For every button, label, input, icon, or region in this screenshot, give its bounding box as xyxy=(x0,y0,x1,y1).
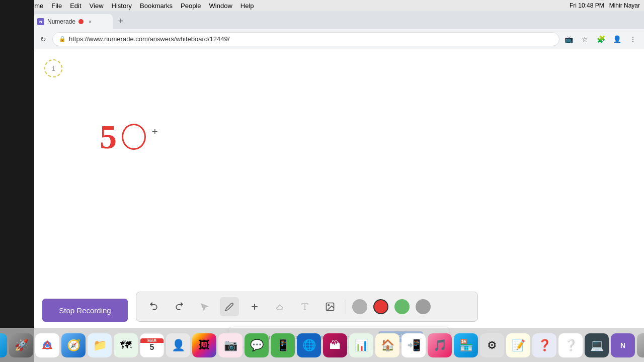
dock-trash[interactable]: 🗑 xyxy=(637,333,644,357)
dock-photos[interactable]: 🖼 xyxy=(192,333,216,357)
add-shape-button[interactable] xyxy=(245,297,264,316)
dock-contacts[interactable]: 👤 xyxy=(166,333,190,357)
dock-music[interactable]: 🏔 xyxy=(323,333,347,357)
color-gray-light[interactable] xyxy=(352,299,367,314)
dock-itunes[interactable]: 🎵 xyxy=(428,333,452,357)
eraser-button[interactable] xyxy=(270,297,289,316)
math-number: 5 xyxy=(100,120,118,154)
profile-icon[interactable]: 👤 xyxy=(610,32,624,46)
dock-files[interactable]: 📁 xyxy=(88,333,112,357)
dock-home[interactable]: 🏠 xyxy=(375,333,399,357)
toolbar-divider-1 xyxy=(346,300,346,314)
dock-photos-2[interactable]: 📷 xyxy=(218,333,243,357)
dock-help2[interactable]: ❔ xyxy=(558,333,583,357)
page-number-indicator: 1 xyxy=(44,59,62,77)
dock-screen[interactable]: 💻 xyxy=(585,333,609,357)
bookmark-icon[interactable]: ☆ xyxy=(578,32,592,46)
address-bar[interactable]: 🔒 https://www.numerade.com/answers/white… xyxy=(52,32,559,46)
menubar-right: Fri 10:48 PM Mihir Nayar xyxy=(570,2,640,9)
menu-icon[interactable]: ⋮ xyxy=(626,32,640,46)
tab-recording-indicator xyxy=(78,19,84,24)
nav-right-icons: 📺 ☆ 🧩 👤 ⋮ xyxy=(561,32,640,46)
cast-icon[interactable]: 📺 xyxy=(561,32,576,46)
dock-social[interactable]: 🌐 xyxy=(297,333,321,357)
dock-launchpad[interactable]: 🚀 xyxy=(9,333,33,357)
math-expression: 5 + xyxy=(100,120,158,154)
stop-recording-button[interactable]: Stop Recording xyxy=(42,299,128,322)
url-text: https://www.numerade.com/answers/whitebo… xyxy=(69,35,229,43)
new-tab-button[interactable]: + xyxy=(114,14,128,28)
dock-numerade[interactable]: N xyxy=(611,333,635,357)
mac-menubar: 🍎 Chrome File Edit View History Bookmark… xyxy=(0,0,644,11)
dock-safari[interactable]: 🧭 xyxy=(61,333,86,357)
left-sidebar-bar xyxy=(0,0,34,362)
math-plus: + xyxy=(152,127,158,137)
menu-bookmarks[interactable]: Bookmarks xyxy=(140,2,173,10)
color-gray-dark[interactable] xyxy=(416,299,431,314)
pen-tool-button[interactable] xyxy=(220,297,239,316)
math-zero xyxy=(122,124,146,150)
dock-phone[interactable]: 📱 xyxy=(271,333,295,357)
dock-maps[interactable]: 🗺 xyxy=(114,333,138,357)
dock-sysprefs[interactable]: ⚙ xyxy=(480,333,504,357)
active-tab[interactable]: N Numerade × xyxy=(32,14,113,29)
redo-button[interactable] xyxy=(170,297,189,316)
text-tool-button[interactable] xyxy=(295,297,314,316)
menubar-time: Fri 10:48 PM xyxy=(570,2,604,9)
color-green[interactable] xyxy=(394,299,410,314)
dock-numbers[interactable]: 📊 xyxy=(349,333,373,357)
tab-bar: N Numerade × + xyxy=(0,11,644,29)
image-button[interactable] xyxy=(320,297,340,316)
bottom-action-area: Stop Recording xyxy=(34,292,644,322)
dock-appstore[interactable]: 🏪 xyxy=(454,333,478,357)
menu-help[interactable]: Help xyxy=(240,2,254,10)
refresh-button[interactable]: ↻ xyxy=(36,32,50,46)
dock-finder[interactable]: 🗂 xyxy=(0,333,7,357)
whiteboard-math-content: 5 + xyxy=(100,120,158,154)
undo-button[interactable] xyxy=(144,297,164,316)
menu-items: Chrome File Edit View History Bookmarks … xyxy=(20,2,254,10)
chrome-window: N Numerade × + ‹ › ↻ 🔒 https://www.numer… xyxy=(0,11,644,362)
extensions-icon[interactable]: 🧩 xyxy=(594,32,608,46)
dock-messages[interactable]: 💬 xyxy=(245,333,269,357)
menu-edit[interactable]: Edit xyxy=(70,2,81,10)
menu-window[interactable]: Window xyxy=(209,2,232,10)
menu-view[interactable]: View xyxy=(90,2,104,10)
menu-history[interactable]: History xyxy=(112,2,132,10)
tab-favicon: N xyxy=(37,18,44,25)
whiteboard-area: 1 5 + Stop Recording xyxy=(34,49,644,362)
dock-notes[interactable]: 📝 xyxy=(506,333,530,357)
menu-people[interactable]: People xyxy=(181,2,201,10)
dock-chrome[interactable] xyxy=(35,333,59,357)
tab-title: Numerade xyxy=(47,18,75,25)
tab-close-btn[interactable]: × xyxy=(87,18,94,25)
drawing-toolbar xyxy=(136,292,478,322)
color-red[interactable] xyxy=(373,299,388,314)
dock-help[interactable]: ❓ xyxy=(532,333,556,357)
svg-point-3 xyxy=(328,305,330,306)
select-tool-button[interactable] xyxy=(195,297,214,316)
lock-icon: 🔒 xyxy=(59,36,66,42)
dock-remote[interactable]: 📲 xyxy=(401,333,426,357)
dock-calendar[interactable]: MAR 5 xyxy=(140,333,164,357)
mac-dock: 🗂 🚀 🧭 📁 🗺 MAR 5 👤 🖼 📷 💬 📱 🌐 🏔 📊 🏠 📲 🎵 🏪 … xyxy=(0,328,644,362)
menu-file[interactable]: File xyxy=(51,2,62,10)
nav-bar: ‹ › ↻ 🔒 https://www.numerade.com/answers… xyxy=(0,29,644,49)
menubar-user: Mihir Nayar xyxy=(609,2,640,9)
